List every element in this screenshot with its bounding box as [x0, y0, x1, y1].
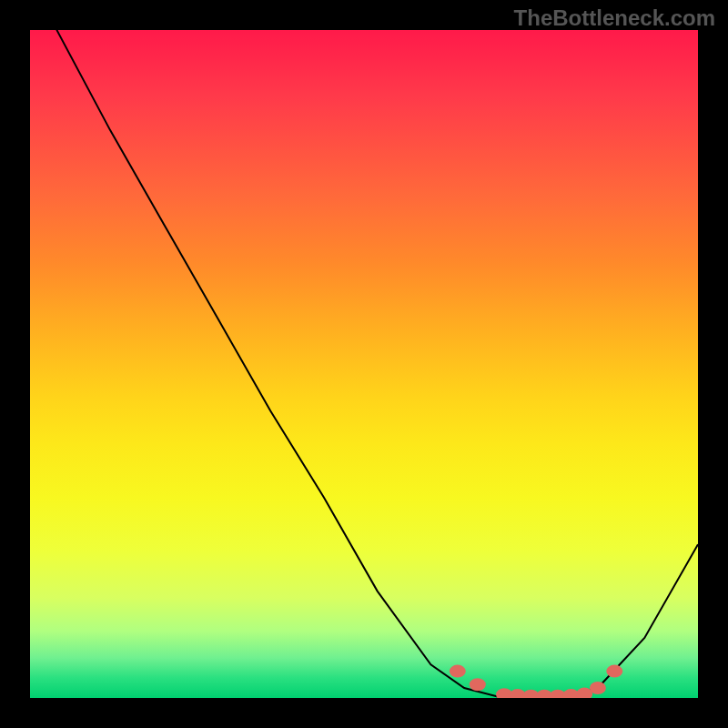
data-marker [590, 682, 606, 694]
data-marker [606, 665, 622, 678]
data-marker [470, 678, 486, 691]
bottleneck-curve [30, 30, 698, 698]
marker-group [450, 665, 623, 698]
chart-svg [30, 30, 698, 698]
plot-area [30, 30, 698, 698]
data-marker [450, 665, 466, 678]
watermark-text: TheBottleneck.com [514, 5, 715, 31]
